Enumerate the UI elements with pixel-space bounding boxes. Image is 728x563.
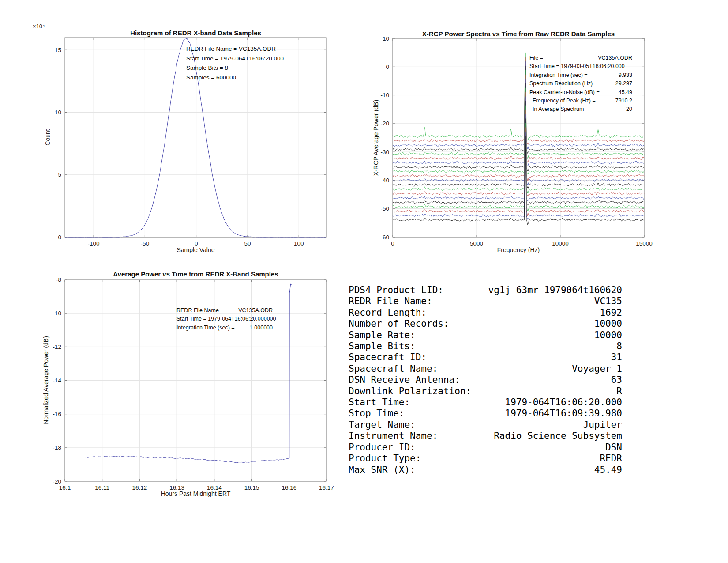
spectra-annotation-row: Spectrum Resolution (Hz) =29.297 — [529, 79, 632, 88]
spectra-xlabel: Frequency (Hz) — [393, 246, 644, 253]
svg-text:-18: -18 — [53, 444, 61, 451]
metadata-label: Max SNR (X): — [349, 465, 416, 476]
avg-power-ylabel: Normalized Average Power (dB) — [42, 314, 49, 446]
metadata-value: 1979-064T16:09:39.980 — [505, 408, 622, 419]
spectra-annotation-row-label: File = — [529, 54, 543, 62]
metadata-row: Start Time:1979-064T16:06:20.000 — [349, 397, 622, 408]
svg-text:-14: -14 — [53, 377, 61, 384]
spectra-annotation-row-value: VC135A.ODR — [598, 54, 632, 62]
metadata-row: Spacecraft ID:31 — [349, 352, 622, 363]
figure-canvas: -100-50050100051015 050001000015000100-1… — [0, 0, 728, 563]
svg-text:0: 0 — [386, 64, 389, 70]
avg-power-annotation-row-label: REDR File Name = — [176, 306, 224, 315]
metadata-value: Jupiter — [583, 419, 622, 431]
metadata-value: Voyager 1 — [572, 363, 622, 374]
metadata-row: PDS4 Product LID:vg1j_63mr_1979064t16062… — [349, 285, 622, 296]
svg-text:-10: -10 — [53, 310, 61, 317]
metadata-row: Product Type:REDR — [349, 453, 622, 464]
svg-text:15000: 15000 — [636, 240, 653, 247]
avg-power-annotation-row-value: 1.000000 — [250, 324, 273, 332]
svg-text:-20: -20 — [53, 478, 61, 485]
metadata-row: REDR File Name:VC135 — [349, 296, 622, 307]
svg-text:-50: -50 — [141, 240, 150, 247]
svg-text:-40: -40 — [380, 177, 389, 184]
svg-text:-20: -20 — [380, 120, 389, 127]
avg-power-annotation-row-value: VC135A.ODR — [238, 306, 273, 315]
histogram-annotation: REDR File Name = VC135A.ODRStart Time = … — [186, 44, 284, 82]
spectra-annotation-row-value: 7910.2 — [615, 97, 632, 105]
spectra-annotation-row: Start Time = 1979-03-05T16:06:20.000 — [529, 62, 632, 71]
metadata-value: vg1j_63mr_1979064t160620 — [488, 285, 622, 296]
avg-power-xlabel: Hours Past Midnight ERT — [65, 490, 326, 497]
avg-power-annotation-row: REDR File Name =VC135A.ODR — [176, 306, 273, 315]
svg-text:-30: -30 — [380, 149, 389, 155]
svg-text:5: 5 — [58, 171, 61, 178]
metadata-label: Spacecraft Name: — [349, 363, 438, 374]
spectra-annotation-row-label: In Average Spectrum — [529, 105, 584, 113]
spectra-annotation-row: Frequency of Peak (Hz) =7910.2 — [529, 97, 632, 105]
svg-text:100: 100 — [294, 240, 304, 247]
metadata-label: Start Time: — [349, 397, 410, 408]
spectra-annotation-row-label: Frequency of Peak (Hz) = — [529, 97, 596, 105]
metadata-value: R — [616, 386, 622, 397]
svg-text:50: 50 — [244, 240, 251, 247]
svg-text:-10: -10 — [380, 92, 389, 98]
metadata-value: REDR — [600, 453, 622, 464]
metadata-value: 63 — [611, 374, 622, 385]
avg-power-annotation-row-label: Integration Time (sec) = — [176, 324, 235, 332]
metadata-label: Record Length: — [349, 307, 427, 318]
histogram-annotation-line: Sample Bits = 8 — [186, 63, 284, 73]
histogram-xlabel: Sample Value — [65, 246, 326, 253]
metadata-value: DSN — [605, 442, 622, 453]
metadata-row: Spacecraft Name:Voyager 1 — [349, 363, 622, 374]
metadata-label: DSN Receive Antenna: — [349, 374, 460, 385]
spectra-ylabel: X-RCP Average Power (dB) — [372, 72, 379, 204]
spectra-annotation-row-label: Start Time = 1979-03-05T16:06:20.000 — [529, 62, 625, 71]
metadata-row: Max SNR (X):45.49 — [349, 465, 622, 476]
svg-text:-60: -60 — [380, 234, 389, 241]
svg-text:-12: -12 — [53, 344, 61, 350]
metadata-row: Sample Bits:8 — [349, 341, 622, 352]
metadata-value: VC135 — [594, 296, 622, 307]
avg-power-title: Average Power vs Time from REDR X-Band S… — [65, 270, 326, 278]
metadata-value: 10000 — [594, 318, 622, 329]
metadata-label: REDR File Name: — [349, 296, 432, 307]
svg-text:10000: 10000 — [552, 240, 569, 247]
metadata-row: Record Length:1692 — [349, 307, 622, 318]
metadata-label: Target Name: — [349, 419, 416, 431]
histogram-annotation-line: Start Time = 1979-064T16:06:20.000 — [186, 54, 284, 64]
metadata-value: 45.49 — [594, 465, 622, 476]
metadata-row: Target Name:Jupiter — [349, 419, 622, 431]
metadata-label: PDS4 Product LID: — [349, 285, 443, 296]
svg-text:-16: -16 — [53, 411, 61, 417]
spectra-title: X-RCP Power Spectra vs Time from Raw RED… — [393, 30, 644, 38]
metadata-value: 31 — [611, 352, 622, 363]
spectra-annotation: File =VC135A.ODRStart Time = 1979-03-05T… — [529, 54, 632, 114]
metadata-value: 1979-064T16:06:20.000 — [505, 397, 622, 408]
metadata-label: Sample Bits: — [349, 341, 416, 352]
metadata-value: 8 — [616, 341, 622, 352]
histogram-title: Histogram of REDR X-band Data Samples — [65, 29, 326, 37]
histogram-annotation-line: Samples = 600000 — [186, 73, 284, 83]
avg-power-annotation-row-label: Start Time = 1979-064T16:06:20.000000 — [176, 315, 276, 323]
metadata-label: Spacecraft ID: — [349, 352, 427, 363]
avg-power-annotation-row: Start Time = 1979-064T16:06:20.000000 — [176, 315, 273, 323]
svg-text:-8: -8 — [56, 276, 61, 283]
svg-text:10: 10 — [383, 35, 389, 42]
svg-text:0: 0 — [58, 234, 61, 241]
spectra-annotation-row-value: 9.933 — [619, 71, 632, 79]
metadata-label: Product Type: — [349, 453, 421, 464]
metadata-label: Instrument Name: — [349, 431, 438, 442]
histogram-annotation-line: REDR File Name = VC135A.ODR — [186, 44, 284, 54]
metadata-row: Downlink Polarization:R — [349, 386, 622, 397]
metadata-label: Downlink Polarization: — [349, 386, 471, 397]
spectra-annotation-row-label: Peak Carrier-to-Noise (dB) = — [529, 88, 600, 97]
spectra-annotation-row: File =VC135A.ODR — [529, 54, 632, 62]
svg-text:-50: -50 — [380, 205, 389, 212]
spectra-annotation-row-value: 20 — [626, 105, 632, 113]
svg-text:-100: -100 — [88, 240, 100, 247]
metadata-row: Producer ID:DSN — [349, 442, 622, 453]
metadata-row: Instrument Name:Radio Science Subsystem — [349, 431, 622, 442]
spectra-annotation-row-label: Integration Time (sec) = — [529, 71, 588, 79]
histogram-ylabel: Count — [44, 71, 51, 204]
